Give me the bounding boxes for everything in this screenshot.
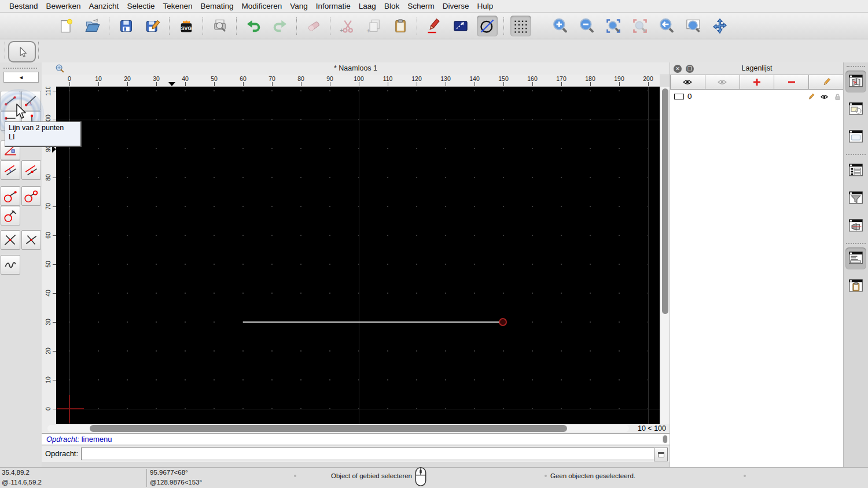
command-row: Opdracht: — [42, 446, 670, 462]
menu-item-bewerken[interactable]: Bewerken — [46, 2, 81, 10]
parallel-distance-icon — [3, 162, 18, 178]
ruler-tick — [388, 82, 388, 86]
dock-library-browser-button[interactable] — [845, 126, 866, 148]
layer-panel-toolbar — [670, 75, 844, 90]
menu-item-blok[interactable]: Blok — [384, 2, 399, 10]
palette-drag-handle[interactable] — [3, 68, 37, 71]
tool-bisector[interactable] — [1, 230, 20, 250]
command-history-scrollbar-thumb[interactable] — [663, 435, 667, 443]
save-button[interactable] — [116, 16, 137, 36]
ruler-top-label: 190 — [614, 75, 624, 82]
menu-item-diverse[interactable]: Diverse — [443, 2, 469, 10]
ruler-tick — [185, 82, 186, 86]
dock-tool-options-button[interactable] — [845, 215, 866, 237]
save-as-button[interactable] — [142, 16, 163, 36]
dock-clipboard-button[interactable] — [845, 275, 866, 297]
paste-button[interactable] — [390, 16, 411, 36]
tool-tangent-point-circle[interactable] — [1, 186, 20, 206]
menu-item-vang[interactable]: Vang — [290, 2, 308, 10]
menu-item-selectie[interactable]: Selectie — [127, 2, 155, 10]
redo-button[interactable] — [270, 16, 290, 36]
menu-item-laag[interactable]: Laag — [359, 2, 376, 10]
dock-layer-list-button[interactable] — [845, 71, 866, 93]
ruler-tick — [214, 82, 215, 86]
dock-property-editor-button[interactable] — [845, 160, 866, 182]
pan-button[interactable] — [709, 16, 730, 36]
horizontal-scrollbar-thumb[interactable] — [90, 425, 567, 432]
cut-button[interactable]: + — [337, 16, 358, 36]
ruler-top-label: 30 — [153, 75, 160, 82]
copy-button[interactable]: + — [363, 16, 384, 36]
zoom-fit-button[interactable] — [603, 16, 624, 36]
ruler-cursor-marker-x — [168, 82, 175, 86]
lock-icon[interactable] — [833, 93, 842, 101]
drawn-line-entity[interactable] — [243, 321, 503, 323]
restrict-off-button[interactable] — [477, 16, 498, 36]
grid-major-line — [56, 120, 660, 120]
show-all-layers-button[interactable] — [670, 75, 705, 90]
svg-export-button[interactable]: SVG — [176, 16, 197, 36]
pen-settings-button[interactable] — [424, 16, 444, 36]
menu-item-bestand[interactable]: Bestand — [9, 2, 38, 10]
tool-orthogonal-circle[interactable] — [1, 206, 20, 225]
origin-cross — [57, 408, 84, 409]
layer-color-swatch[interactable] — [674, 94, 684, 99]
grid-toggle-button[interactable] — [510, 16, 531, 36]
statusbar-dot — [744, 475, 746, 477]
menu-item-tekenen[interactable]: Tekenen — [163, 2, 192, 10]
pencil-icon[interactable] — [807, 93, 815, 101]
measure-button[interactable] — [450, 16, 471, 36]
command-history-scrollbar[interactable] — [662, 435, 668, 443]
menu-item-scherm[interactable]: Scherm — [407, 2, 435, 10]
dock-block-list-button[interactable] — [845, 98, 866, 120]
svg-text:+: + — [340, 26, 343, 33]
undo-button[interactable] — [243, 16, 264, 36]
eye-icon[interactable] — [820, 93, 829, 101]
document-window-icon — [55, 64, 64, 75]
command-detach-button[interactable] — [654, 448, 668, 461]
zoom-window-button[interactable] — [683, 16, 704, 36]
vertical-scrollbar[interactable] — [660, 87, 670, 424]
open-file-button[interactable] — [82, 16, 103, 36]
new-file-button[interactable] — [56, 16, 76, 36]
document-titlebar[interactable]: * Naamloos 1 — [42, 62, 670, 75]
zoom-in-button[interactable] — [550, 16, 571, 36]
toolbar-separator — [109, 17, 110, 35]
horizontal-scrollbar[interactable]: 10 < 100 — [42, 424, 670, 433]
zoom-in-icon — [552, 18, 568, 34]
hide-all-layers-button[interactable] — [705, 75, 740, 90]
delete-button[interactable] — [303, 16, 324, 36]
mouse-button-hint: Object of gebied selecteren — [331, 472, 412, 479]
tool-freehand[interactable] — [1, 255, 20, 275]
tool-cross-intersection[interactable] — [21, 230, 41, 250]
tool-parallel-through-point[interactable] — [21, 160, 41, 180]
zoom-previous-button[interactable] — [656, 16, 677, 36]
dock-command-line-button[interactable] — [845, 247, 866, 269]
zoom-selection-button[interactable] — [630, 16, 650, 36]
selection-pointer-button[interactable] — [8, 41, 36, 62]
statusbar-separator — [146, 469, 147, 487]
menu-item-hulp[interactable]: Hulp — [477, 2, 493, 10]
command-input[interactable] — [81, 448, 656, 460]
coordinate-absolute: 35.4,89.2 — [2, 469, 30, 476]
ruler-top-label: 70 — [269, 75, 275, 82]
save-icon — [118, 18, 134, 34]
menu-item-aanzicht[interactable]: Aanzicht — [89, 2, 119, 10]
print-preview-button[interactable] — [209, 16, 230, 36]
vertical-scrollbar-thumb[interactable] — [662, 88, 668, 314]
grid-major-line — [359, 87, 359, 424]
menu-item-informatie[interactable]: Informatie — [316, 2, 351, 10]
remove-layer-button[interactable] — [774, 75, 809, 90]
menu-item-modificeren[interactable]: Modificeren — [242, 2, 282, 10]
palette-back-button[interactable]: ◄ — [3, 72, 39, 83]
dock-drag-handle[interactable] — [847, 66, 865, 69]
tool-parallel-distance[interactable] — [1, 160, 20, 180]
tool-tangent-two-circles[interactable] — [21, 186, 41, 206]
drawing-canvas[interactable] — [56, 87, 660, 424]
add-layer-button[interactable] — [740, 75, 775, 90]
layer-row[interactable]: 0 — [670, 91, 844, 102]
dock-selection-filter-button[interactable] — [845, 187, 866, 209]
edit-layer-button[interactable] — [809, 75, 844, 90]
menu-item-bemating[interactable]: Bemating — [200, 2, 233, 10]
zoom-out-button[interactable] — [576, 16, 597, 36]
